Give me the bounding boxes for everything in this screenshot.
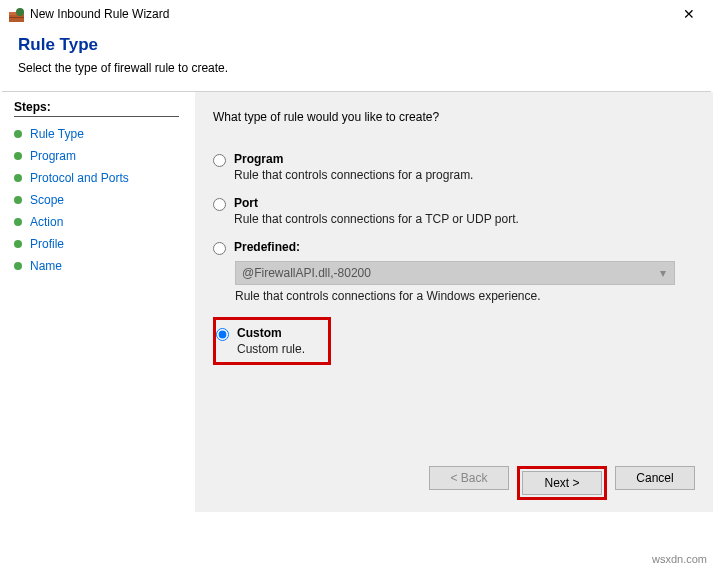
svg-point-3 (16, 8, 24, 16)
prompt-text: What type of rule would you like to crea… (213, 110, 695, 124)
radio-program[interactable] (213, 154, 226, 167)
next-highlight: Next > (517, 466, 607, 500)
sidebar-item-label: Name (30, 259, 62, 273)
sidebar-item-program[interactable]: Program (14, 145, 185, 167)
next-button[interactable]: Next > (522, 471, 602, 495)
step-bullet-icon (14, 174, 22, 182)
window-title: New Inbound Rule Wizard (30, 7, 675, 21)
step-bullet-icon (14, 130, 22, 138)
option-label: Predefined: (234, 240, 300, 254)
option-desc: Rule that controls connections for a TCP… (234, 212, 519, 226)
svg-rect-2 (9, 17, 24, 18)
sidebar-item-label: Action (30, 215, 63, 229)
watermark: wsxdn.com (652, 553, 707, 565)
radio-predefined[interactable] (213, 242, 226, 255)
option-desc: Rule that controls connections for a pro… (234, 168, 473, 182)
firewall-app-icon (8, 6, 24, 22)
wizard-header: Rule Type Select the type of firewall ru… (0, 27, 713, 91)
steps-sidebar: Steps: Rule Type Program Protocol and Po… (0, 92, 195, 512)
page-title: Rule Type (18, 35, 695, 55)
sidebar-item-label: Protocol and Ports (30, 171, 129, 185)
close-icon[interactable]: ✕ (675, 6, 703, 22)
footer-buttons: < Back Next > Cancel (429, 466, 695, 500)
wizard-content: What type of rule would you like to crea… (195, 92, 713, 512)
steps-heading: Steps: (14, 100, 179, 117)
sidebar-item-name[interactable]: Name (14, 255, 185, 277)
radio-custom[interactable] (216, 328, 229, 341)
step-bullet-icon (14, 196, 22, 204)
titlebar: New Inbound Rule Wizard ✕ (0, 0, 713, 27)
option-predefined[interactable]: Predefined: (213, 240, 695, 255)
sidebar-item-label: Rule Type (30, 127, 84, 141)
step-bullet-icon (14, 218, 22, 226)
option-label: Program (234, 152, 473, 166)
option-program[interactable]: Program Rule that controls connections f… (213, 152, 695, 182)
step-bullet-icon (14, 240, 22, 248)
back-button: < Back (429, 466, 509, 490)
option-desc: Custom rule. (237, 342, 305, 356)
sidebar-item-rule-type[interactable]: Rule Type (14, 123, 185, 145)
step-bullet-icon (14, 152, 22, 160)
option-port[interactable]: Port Rule that controls connections for … (213, 196, 695, 226)
option-label: Custom (237, 326, 305, 340)
step-bullet-icon (14, 262, 22, 270)
radio-port[interactable] (213, 198, 226, 211)
sidebar-item-label: Profile (30, 237, 64, 251)
page-subtitle: Select the type of firewall rule to crea… (18, 61, 695, 75)
sidebar-item-scope[interactable]: Scope (14, 189, 185, 211)
predefined-select: @FirewallAPI.dll,-80200 (235, 261, 675, 285)
option-label: Port (234, 196, 519, 210)
custom-highlight: Custom Custom rule. (213, 317, 331, 365)
sidebar-item-label: Program (30, 149, 76, 163)
sidebar-item-protocol-and-ports[interactable]: Protocol and Ports (14, 167, 185, 189)
sidebar-item-label: Scope (30, 193, 64, 207)
cancel-button[interactable]: Cancel (615, 466, 695, 490)
option-custom[interactable]: Custom Custom rule. (216, 326, 322, 356)
sidebar-item-action[interactable]: Action (14, 211, 185, 233)
sidebar-item-profile[interactable]: Profile (14, 233, 185, 255)
predefined-desc: Rule that controls connections for a Win… (235, 289, 695, 303)
